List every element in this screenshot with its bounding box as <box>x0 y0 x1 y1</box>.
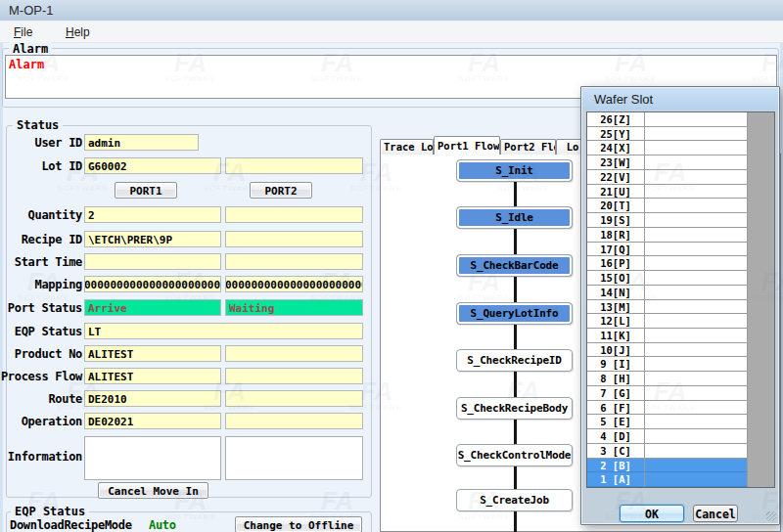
menu-file[interactable]: File <box>4 22 42 41</box>
mapping-field-2[interactable]: 00000000000000000000000 <box>225 276 363 292</box>
wafer-slot-label: 18[R] <box>587 228 645 243</box>
wafer-slot-row[interactable]: 6 [F] <box>587 401 774 416</box>
wafer-slot-dialog: Wafer Slot 26[Z]25[Y]24[X]23[W]22[V]21[U… <box>580 86 780 525</box>
mapping-field-1[interactable]: 00000000000000000000000 <box>84 276 221 292</box>
cancel-button[interactable]: Cancel <box>693 505 738 522</box>
port-status-field-1[interactable]: Arrive <box>84 299 221 316</box>
recipe-id-field-1[interactable]: \ETCH\PRER\9P <box>84 231 221 247</box>
wafer-slot-row[interactable]: 18[R] <box>587 228 774 243</box>
wafer-slot-label: 17[Q] <box>587 243 645 257</box>
wafer-slot-row[interactable]: 9 [I] <box>587 357 774 372</box>
lot-id-field-2[interactable] <box>225 157 363 174</box>
wafer-slot-label: 21[U] <box>587 185 645 200</box>
wafer-slot-row[interactable]: 1 [A] <box>587 472 774 487</box>
wafer-slot-row[interactable]: 2 [B] <box>587 459 774 473</box>
wafer-slot-filler <box>748 271 774 286</box>
wafer-slot-label: 2 [B] <box>587 459 645 473</box>
download-recipe-mode-value: Auto <box>149 518 176 532</box>
wafer-slot-row[interactable]: 13[M] <box>587 300 774 315</box>
port1-button[interactable]: PORT1 <box>115 182 177 199</box>
window-titlebar[interactable]: M-OP-1 <box>0 0 783 22</box>
wafer-slot-row[interactable]: 4 [D] <box>587 429 774 444</box>
route-field-1[interactable]: DE2010 <box>84 390 221 407</box>
wafer-slot-row[interactable]: 8 [H] <box>587 372 774 386</box>
wafer-slot-label: 24[X] <box>587 141 645 155</box>
flow-step-s_checkcontrolmode[interactable]: S_CheckControlMode <box>456 444 573 466</box>
port2-button[interactable]: PORT2 <box>250 182 312 199</box>
flow-step-s_checkbarcode[interactable]: S_CheckBarCode <box>456 254 573 277</box>
wafer-slot-label: 15[O] <box>587 271 645 286</box>
operation-field-2[interactable] <box>225 413 363 429</box>
flow-step-s_init[interactable]: S_Init <box>456 159 573 182</box>
wafer-slot-filler <box>748 415 774 429</box>
wafer-slot-label: 5 [E] <box>587 415 645 429</box>
tab-trace-log[interactable]: Trace Log <box>380 139 434 155</box>
wafer-slot-row[interactable]: 15[O] <box>587 271 774 286</box>
wafer-slot-filler <box>748 459 774 473</box>
information-box-2[interactable] <box>225 436 363 480</box>
wafer-slot-row[interactable]: 20[T] <box>587 199 774 213</box>
process-flow-label: Process Flow <box>0 370 82 383</box>
wafer-slot-row[interactable]: 23[W] <box>587 155 774 170</box>
resize-grip-icon[interactable] <box>766 511 776 521</box>
menu-help[interactable]: Help <box>56 22 100 41</box>
wafer-slot-label: 8 [H] <box>587 372 645 386</box>
tab-port1-flow[interactable]: Port1 Flow <box>434 136 500 155</box>
change-to-offline-button[interactable]: Change to Offline <box>235 516 362 532</box>
wafer-slot-row[interactable]: 5 [E] <box>587 415 774 429</box>
ok-button[interactable]: OK <box>620 505 684 522</box>
flow-step-s_checkrecipeid[interactable]: S_CheckRecipeID <box>456 349 573 372</box>
start-time-field-2[interactable] <box>225 253 363 270</box>
wafer-slot-value-cell <box>645 329 748 343</box>
wafer-slot-row[interactable]: 3 [C] <box>587 444 774 459</box>
operation-field-1[interactable]: DE02021 <box>84 413 221 429</box>
wafer-slot-value-cell <box>645 300 748 315</box>
port-status-field-2[interactable]: Waiting <box>225 299 363 316</box>
wafer-slot-dialog-title: Wafer Slot <box>594 92 653 107</box>
flow-step-s_checkrecipebody[interactable]: S_CheckRecipeBody <box>456 397 573 420</box>
wafer-slot-row[interactable]: 11[K] <box>587 329 774 343</box>
wafer-slot-row[interactable]: 7 [G] <box>587 386 774 401</box>
wafer-slot-filler <box>748 314 774 329</box>
flow-step-s_createjob[interactable]: S_CreateJob <box>456 489 573 511</box>
wafer-slot-row[interactable]: 19[S] <box>587 213 774 228</box>
wafer-slot-row[interactable]: 24[X] <box>587 141 774 155</box>
wafer-slot-label: 10[J] <box>587 343 645 358</box>
eqp-status-field[interactable]: LT <box>84 323 363 339</box>
wafer-slot-row[interactable]: 12[L] <box>587 314 774 329</box>
start-time-field-1[interactable] <box>84 253 221 270</box>
row-operation: Operation DE02021 <box>0 413 374 430</box>
wafer-slot-filler <box>748 127 774 142</box>
wafer-slot-row[interactable]: 25[Y] <box>587 127 774 142</box>
wafer-slot-row[interactable]: 17[Q] <box>587 243 774 257</box>
lot-id-field-1[interactable]: G60002 <box>84 157 221 174</box>
operation-label: Operation <box>0 415 82 428</box>
user-id-field[interactable]: admin <box>84 134 199 151</box>
product-no-field-2[interactable] <box>225 345 363 362</box>
wafer-slot-filler <box>748 170 774 185</box>
process-flow-field-1[interactable]: ALITEST <box>84 368 221 384</box>
information-box-1[interactable] <box>84 436 221 480</box>
wafer-slot-list[interactable]: 26[Z]25[Y]24[X]23[W]22[V]21[U]20[T]19[S]… <box>586 111 775 488</box>
product-no-label: Product No <box>0 347 82 361</box>
tab-port2-flow[interactable]: Port2 Flow <box>500 139 556 155</box>
process-flow-field-2[interactable] <box>225 368 363 384</box>
quantity-field-1[interactable]: 2 <box>84 206 221 223</box>
wafer-slot-row[interactable]: 22[V] <box>587 170 774 185</box>
wafer-slot-filler <box>748 472 774 487</box>
product-no-field-1[interactable]: ALITEST <box>84 345 221 362</box>
cancel-move-in-button[interactable]: Cancel Move In <box>98 482 208 499</box>
route-field-2[interactable] <box>225 390 363 407</box>
wafer-slot-row[interactable]: 21[U] <box>587 185 774 200</box>
wafer-slot-label: 3 [C] <box>587 444 645 459</box>
flow-step-s_idle[interactable]: S_Idle <box>456 206 573 229</box>
wafer-slot-filler <box>748 386 774 401</box>
wafer-slot-row[interactable]: 14[N] <box>587 286 774 300</box>
wafer-slot-row[interactable]: 16[P] <box>587 256 774 271</box>
recipe-id-field-2[interactable] <box>225 231 363 247</box>
flow-step-s_querylotinfo[interactable]: S_QueryLotInfo <box>456 302 573 325</box>
information-label: Information <box>0 450 82 464</box>
quantity-field-2[interactable] <box>225 206 363 223</box>
wafer-slot-row[interactable]: 10[J] <box>587 343 774 358</box>
wafer-slot-row[interactable]: 26[Z] <box>587 112 774 127</box>
